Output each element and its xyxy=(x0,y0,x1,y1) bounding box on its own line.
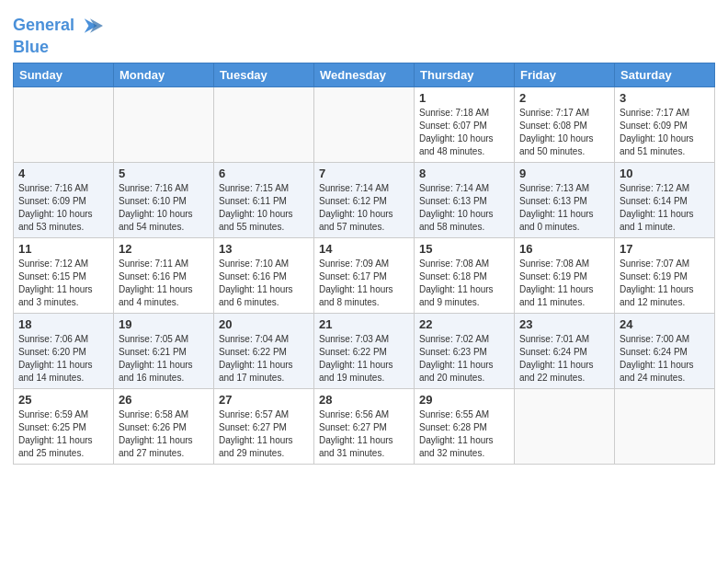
day-number: 12 xyxy=(119,242,209,256)
day-number: 2 xyxy=(519,91,609,105)
day-of-week-header: Sunday xyxy=(14,63,114,86)
calendar-cell: 22Sunrise: 7:02 AMSunset: 6:23 PMDayligh… xyxy=(415,313,515,388)
calendar-cell: 3Sunrise: 7:17 AMSunset: 6:09 PMDaylight… xyxy=(615,86,715,162)
calendar-cell: 7Sunrise: 7:14 AMSunset: 6:12 PMDaylight… xyxy=(314,162,415,237)
calendar-cell: 6Sunrise: 7:15 AMSunset: 6:11 PMDaylight… xyxy=(214,162,314,237)
calendar-cell: 1Sunrise: 7:18 AMSunset: 6:07 PMDaylight… xyxy=(415,86,515,162)
day-info: Sunrise: 7:13 AMSunset: 6:13 PMDaylight:… xyxy=(519,182,609,234)
calendar-cell: 27Sunrise: 6:57 AMSunset: 6:27 PMDayligh… xyxy=(214,388,314,464)
calendar-cell: 26Sunrise: 6:58 AMSunset: 6:26 PMDayligh… xyxy=(114,388,214,464)
day-info: Sunrise: 7:09 AMSunset: 6:17 PMDaylight:… xyxy=(319,258,409,309)
day-info: Sunrise: 6:57 AMSunset: 6:27 PMDaylight:… xyxy=(219,408,309,460)
calendar: SundayMondayTuesdayWednesdayThursdayFrid… xyxy=(13,63,715,465)
day-number: 16 xyxy=(519,242,609,256)
calendar-cell: 4Sunrise: 7:16 AMSunset: 6:09 PMDaylight… xyxy=(14,162,114,237)
day-of-week-header: Friday xyxy=(515,63,615,86)
day-info: Sunrise: 7:16 AMSunset: 6:10 PMDaylight:… xyxy=(119,182,209,234)
calendar-cell xyxy=(314,86,415,162)
day-number: 5 xyxy=(119,167,209,180)
calendar-cell: 24Sunrise: 7:00 AMSunset: 6:24 PMDayligh… xyxy=(615,313,715,388)
day-number: 1 xyxy=(419,91,509,105)
day-of-week-header: Wednesday xyxy=(314,63,415,86)
day-number: 8 xyxy=(419,167,509,180)
calendar-cell: 8Sunrise: 7:14 AMSunset: 6:13 PMDaylight… xyxy=(415,162,515,237)
day-number: 18 xyxy=(18,317,108,331)
day-number: 9 xyxy=(519,167,609,180)
day-number: 21 xyxy=(319,317,409,331)
calendar-cell: 13Sunrise: 7:10 AMSunset: 6:16 PMDayligh… xyxy=(214,237,314,313)
day-info: Sunrise: 6:56 AMSunset: 6:27 PMDaylight:… xyxy=(319,408,409,460)
day-number: 13 xyxy=(219,242,309,256)
day-number: 17 xyxy=(620,242,710,256)
logo: General Blue xyxy=(13,13,103,57)
calendar-cell: 29Sunrise: 6:55 AMSunset: 6:28 PMDayligh… xyxy=(415,388,515,464)
day-info: Sunrise: 6:59 AMSunset: 6:25 PMDaylight:… xyxy=(18,408,108,460)
logo-text: General xyxy=(13,17,74,35)
calendar-week-row: 1Sunrise: 7:18 AMSunset: 6:07 PMDaylight… xyxy=(14,86,715,162)
calendar-cell: 5Sunrise: 7:16 AMSunset: 6:10 PMDaylight… xyxy=(114,162,214,237)
calendar-week-row: 18Sunrise: 7:06 AMSunset: 6:20 PMDayligh… xyxy=(14,313,715,388)
day-of-week-header: Monday xyxy=(114,63,214,86)
calendar-cell: 14Sunrise: 7:09 AMSunset: 6:17 PMDayligh… xyxy=(314,237,415,313)
calendar-cell: 15Sunrise: 7:08 AMSunset: 6:18 PMDayligh… xyxy=(415,237,515,313)
calendar-cell: 23Sunrise: 7:01 AMSunset: 6:24 PMDayligh… xyxy=(515,313,615,388)
day-info: Sunrise: 7:12 AMSunset: 6:14 PMDaylight:… xyxy=(620,182,710,234)
day-number: 6 xyxy=(219,167,309,180)
day-number: 22 xyxy=(419,317,509,331)
day-info: Sunrise: 6:58 AMSunset: 6:26 PMDaylight:… xyxy=(119,408,209,460)
calendar-cell xyxy=(615,388,715,464)
day-number: 29 xyxy=(419,393,509,407)
calendar-cell: 21Sunrise: 7:03 AMSunset: 6:22 PMDayligh… xyxy=(314,313,415,388)
day-info: Sunrise: 7:12 AMSunset: 6:15 PMDaylight:… xyxy=(18,258,108,309)
calendar-cell: 18Sunrise: 7:06 AMSunset: 6:20 PMDayligh… xyxy=(14,313,114,388)
day-number: 11 xyxy=(18,242,108,256)
calendar-cell: 9Sunrise: 7:13 AMSunset: 6:13 PMDaylight… xyxy=(515,162,615,237)
day-info: Sunrise: 7:08 AMSunset: 6:18 PMDaylight:… xyxy=(419,258,509,309)
day-info: Sunrise: 7:10 AMSunset: 6:16 PMDaylight:… xyxy=(219,258,309,309)
page: General Blue SundayMondayTuesdayWednesda… xyxy=(0,0,728,563)
day-info: Sunrise: 6:55 AMSunset: 6:28 PMDaylight:… xyxy=(419,408,509,460)
calendar-cell xyxy=(14,86,114,162)
calendar-cell: 25Sunrise: 6:59 AMSunset: 6:25 PMDayligh… xyxy=(14,388,114,464)
day-info: Sunrise: 7:15 AMSunset: 6:11 PMDaylight:… xyxy=(219,182,309,234)
logo-icon xyxy=(77,13,103,39)
logo-blue: Blue xyxy=(13,39,103,57)
day-number: 27 xyxy=(219,393,309,407)
day-number: 23 xyxy=(519,317,609,331)
day-number: 26 xyxy=(119,393,209,407)
day-number: 19 xyxy=(119,317,209,331)
calendar-cell xyxy=(515,388,615,464)
day-info: Sunrise: 7:08 AMSunset: 6:19 PMDaylight:… xyxy=(519,258,609,309)
day-number: 7 xyxy=(319,167,409,180)
calendar-week-row: 25Sunrise: 6:59 AMSunset: 6:25 PMDayligh… xyxy=(14,388,715,464)
calendar-cell xyxy=(114,86,214,162)
day-number: 28 xyxy=(319,393,409,407)
day-of-week-header: Saturday xyxy=(615,63,715,86)
calendar-cell: 10Sunrise: 7:12 AMSunset: 6:14 PMDayligh… xyxy=(615,162,715,237)
day-info: Sunrise: 7:00 AMSunset: 6:24 PMDaylight:… xyxy=(620,333,710,385)
calendar-cell: 17Sunrise: 7:07 AMSunset: 6:19 PMDayligh… xyxy=(615,237,715,313)
day-info: Sunrise: 7:11 AMSunset: 6:16 PMDaylight:… xyxy=(119,258,209,309)
day-info: Sunrise: 7:04 AMSunset: 6:22 PMDaylight:… xyxy=(219,333,309,385)
day-info: Sunrise: 7:05 AMSunset: 6:21 PMDaylight:… xyxy=(119,333,209,385)
day-number: 3 xyxy=(620,91,710,105)
calendar-cell: 2Sunrise: 7:17 AMSunset: 6:08 PMDaylight… xyxy=(515,86,615,162)
day-number: 20 xyxy=(219,317,309,331)
day-info: Sunrise: 7:01 AMSunset: 6:24 PMDaylight:… xyxy=(519,333,609,385)
calendar-cell: 28Sunrise: 6:56 AMSunset: 6:27 PMDayligh… xyxy=(314,388,415,464)
day-info: Sunrise: 7:02 AMSunset: 6:23 PMDaylight:… xyxy=(419,333,509,385)
day-info: Sunrise: 7:16 AMSunset: 6:09 PMDaylight:… xyxy=(18,182,108,234)
calendar-cell xyxy=(214,86,314,162)
day-number: 4 xyxy=(18,167,108,180)
day-info: Sunrise: 7:18 AMSunset: 6:07 PMDaylight:… xyxy=(419,107,509,158)
day-of-week-header: Tuesday xyxy=(214,63,314,86)
day-number: 24 xyxy=(620,317,710,331)
day-of-week-header: Thursday xyxy=(415,63,515,86)
day-info: Sunrise: 7:17 AMSunset: 6:09 PMDaylight:… xyxy=(620,107,710,158)
calendar-cell: 20Sunrise: 7:04 AMSunset: 6:22 PMDayligh… xyxy=(214,313,314,388)
calendar-cell: 11Sunrise: 7:12 AMSunset: 6:15 PMDayligh… xyxy=(14,237,114,313)
calendar-cell: 16Sunrise: 7:08 AMSunset: 6:19 PMDayligh… xyxy=(515,237,615,313)
day-info: Sunrise: 7:17 AMSunset: 6:08 PMDaylight:… xyxy=(519,107,609,158)
calendar-cell: 19Sunrise: 7:05 AMSunset: 6:21 PMDayligh… xyxy=(114,313,214,388)
calendar-header-row: SundayMondayTuesdayWednesdayThursdayFrid… xyxy=(14,63,715,86)
